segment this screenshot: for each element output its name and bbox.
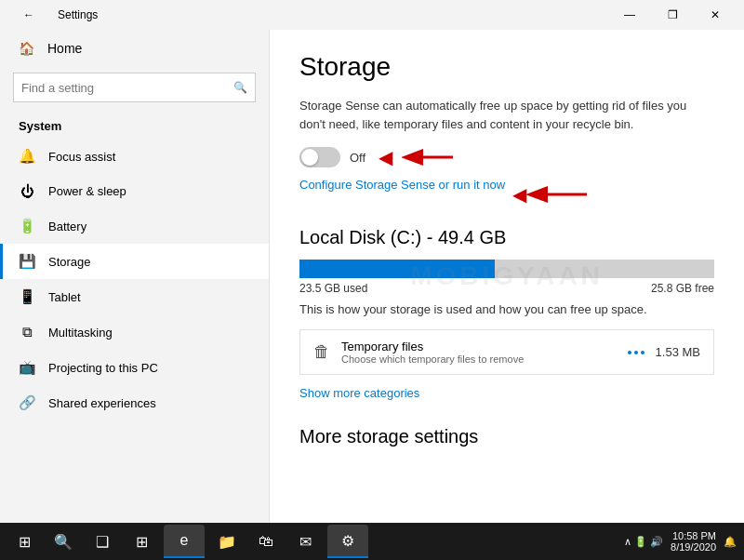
disk-used-label: 23.5 GB used	[299, 282, 367, 295]
shared-label: Shared experiences	[48, 396, 156, 410]
temp-files-size: 1.53 MB	[656, 345, 700, 359]
system-tray: ∧ 🔋 🔊	[624, 536, 663, 548]
toggle-row: Off ◀	[299, 146, 714, 168]
clock-date: 8/19/2020	[671, 541, 716, 553]
trash-icon: 🗑	[313, 342, 330, 362]
title-bar: ← Settings — ❐ ✕	[0, 0, 744, 30]
projecting-icon: 📺	[19, 359, 35, 376]
disk-bar-container: 23.5 GB used 25.8 GB free	[299, 260, 714, 295]
multitasking-label: Multitasking	[48, 326, 113, 340]
disk-bar-bg	[299, 260, 714, 278]
page-title: Storage	[299, 52, 714, 82]
sidebar-item-power-sleep[interactable]: ⏻ Power & sleep	[0, 174, 269, 208]
more-storage-title: More storage settings	[299, 426, 714, 447]
storage-label: Storage	[48, 255, 91, 269]
local-disk-title: Local Disk (C:) - 49.4 GB	[299, 227, 714, 248]
shared-icon: 🔗	[19, 394, 35, 411]
sidebar-home[interactable]: 🏠 Home	[0, 30, 269, 67]
sidebar-item-focus-assist[interactable]: 🔔 Focus assist	[0, 139, 269, 174]
taskbar-clock: 10:58 PM 8/19/2020	[671, 530, 716, 553]
home-label: Home	[47, 41, 82, 56]
sidebar-item-tablet[interactable]: 📱 Tablet	[0, 279, 269, 314]
battery-label: Battery	[48, 220, 86, 233]
storage-sense-desc: Storage Sense can automatically free up …	[299, 97, 709, 133]
arrow-1: ◀	[379, 146, 392, 168]
configure-link[interactable]: Configure Storage Sense or run it now	[299, 178, 505, 192]
close-button[interactable]: ✕	[694, 0, 737, 30]
disk-desc: This is how your storage is used and how…	[299, 302, 714, 316]
sidebar-item-shared[interactable]: 🔗 Shared experiences	[0, 385, 269, 420]
app-title: Settings	[58, 8, 98, 21]
task-view-button[interactable]: ❑	[86, 525, 119, 558]
power-sleep-icon: ⏻	[19, 183, 35, 199]
configure-row: Configure Storage Sense or run it now ◀	[299, 178, 714, 210]
arrow-2: ◀	[512, 183, 526, 206]
edge-button[interactable]: e	[164, 525, 205, 558]
arrow-graphic-2	[526, 185, 591, 204]
search-input[interactable]	[21, 81, 233, 95]
sidebar-item-battery[interactable]: 🔋 Battery	[0, 208, 269, 244]
temp-files-name: Temporary files	[341, 340, 617, 353]
loading-dot-1	[628, 351, 631, 354]
title-bar-left: ← Settings	[7, 0, 98, 30]
show-more-link[interactable]: Show more categories	[299, 386, 419, 400]
tablet-icon: 📱	[19, 288, 35, 305]
disk-bar-used	[299, 260, 495, 278]
content-area: MOBIGYAAN Storage Storage Sense can auto…	[270, 30, 744, 523]
home-icon: 🏠	[19, 41, 34, 56]
sidebar-item-multitasking[interactable]: ⧉ Multitasking	[0, 314, 269, 350]
storage-icon: 💾	[19, 253, 35, 270]
search-icon: 🔍	[233, 81, 247, 94]
temp-files-desc: Choose which temporary files to remove	[341, 353, 617, 365]
disk-free-label: 25.8 GB free	[651, 282, 714, 295]
search-box[interactable]: 🔍	[13, 73, 256, 102]
settings-button[interactable]: ⚙	[327, 525, 368, 558]
window-controls: — ❐ ✕	[608, 0, 737, 30]
tablet-label: Tablet	[48, 290, 81, 304]
battery-icon: 🔋	[19, 218, 35, 234]
sidebar-item-storage[interactable]: 💾 Storage	[0, 244, 269, 279]
multitasking-icon: ⧉	[19, 324, 35, 340]
search-taskbar-button[interactable]: 🔍	[46, 525, 80, 558]
temp-files-row[interactable]: 🗑 Temporary files Choose which temporary…	[299, 329, 714, 375]
sidebar-section-title: System	[0, 112, 269, 139]
mail-button[interactable]: ✉	[288, 525, 322, 558]
projecting-label: Projecting to this PC	[48, 361, 158, 375]
maximize-button[interactable]: ❐	[651, 0, 694, 30]
temp-files-info: Temporary files Choose which temporary f…	[341, 340, 617, 365]
toggle-label: Off	[350, 151, 365, 165]
taskbar-right: ∧ 🔋 🔊 10:58 PM 8/19/2020 🔔	[624, 530, 737, 553]
main-area: 🏠 Home 🔍 System 🔔 Focus assist ⏻ Power &…	[0, 30, 744, 523]
toggle-knob	[301, 149, 318, 166]
power-sleep-label: Power & sleep	[48, 184, 126, 198]
disk-bar-labels: 23.5 GB used 25.8 GB free	[299, 282, 714, 295]
loading-dots	[628, 351, 644, 354]
loading-dot-3	[641, 351, 644, 354]
arrow-graphic-1	[402, 148, 458, 167]
sidebar-item-projecting[interactable]: 📺 Projecting to this PC	[0, 350, 269, 385]
clock-time: 10:58 PM	[672, 530, 716, 541]
store-taskbar-button[interactable]: 🛍	[249, 525, 283, 558]
sidebar: 🏠 Home 🔍 System 🔔 Focus assist ⏻ Power &…	[0, 30, 270, 523]
taskbar: ⊞ 🔍 ❑ ⊞ e 📁 🛍 ✉ ⚙ ∧ 🔋 🔊 10:58 PM 8/19/20…	[0, 523, 744, 560]
minimize-button[interactable]: —	[608, 0, 651, 30]
explorer-button[interactable]: 📁	[210, 525, 244, 558]
notification-icon[interactable]: 🔔	[724, 536, 737, 548]
storage-sense-toggle[interactable]	[299, 147, 340, 167]
focus-assist-icon: 🔔	[19, 148, 35, 165]
taskbar-left: ⊞ 🔍 ❑ ⊞ e 📁 🛍 ✉ ⚙	[7, 525, 368, 558]
back-button[interactable]: ←	[7, 0, 50, 30]
focus-assist-label: Focus assist	[48, 150, 115, 164]
loading-dot-2	[634, 351, 638, 354]
start-button[interactable]: ⊞	[7, 525, 41, 558]
store-button[interactable]: ⊞	[125, 525, 158, 558]
